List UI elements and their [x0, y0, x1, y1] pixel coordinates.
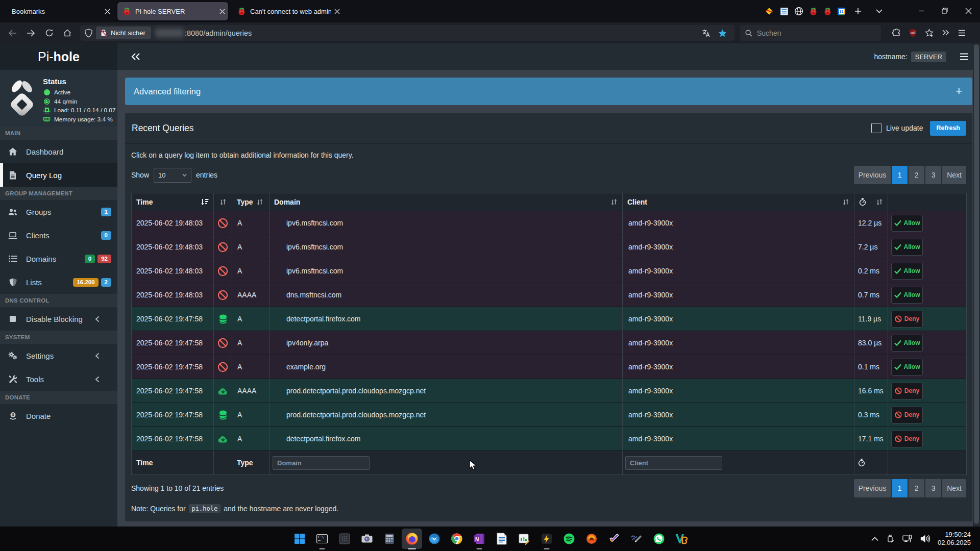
taskbar-icon-firefox[interactable]	[406, 533, 418, 545]
taskbar-icon-gridapp[interactable]	[338, 533, 351, 545]
sidebar-item-dashboard[interactable]: Dashboard	[0, 140, 117, 163]
search-bar[interactable]: Suchen	[740, 25, 881, 41]
query-row[interactable]: 2025-06-02 19:48:03Aipv6.msftncsi.comamd…	[132, 259, 966, 283]
taskbar-icon-terminal[interactable]: C:\	[316, 533, 328, 545]
taskbar-icon-onenote[interactable]: N	[473, 533, 485, 545]
col-reply-time[interactable]	[854, 193, 888, 211]
advanced-filtering-panel[interactable]: Advanced filtering +	[125, 78, 972, 105]
query-row[interactable]: 2025-06-02 19:48:03Aipv6.msftncsi.comamd…	[132, 211, 966, 235]
taskbar-icon-writer[interactable]	[496, 533, 508, 545]
page-button-previous[interactable]: Previous	[854, 479, 891, 497]
page-button-3[interactable]: 3	[924, 166, 941, 184]
taskbar-icon-penapp[interactable]	[630, 533, 643, 545]
browser-tab[interactable]: Bookmarks	[3, 2, 113, 20]
col-domain[interactable]: Domain	[270, 193, 623, 211]
page-button-next[interactable]: Next	[941, 479, 966, 497]
tab-close-button[interactable]	[331, 5, 343, 17]
allow-button[interactable]: Allow	[891, 359, 923, 375]
taskbar-clock[interactable]: 19:50:24 02.06.2025	[938, 531, 971, 547]
list-tabs-button[interactable]	[871, 4, 887, 19]
window-close-button[interactable]	[957, 0, 980, 21]
sidebar-item-lists[interactable]: Lists16.2002	[0, 270, 117, 294]
query-row[interactable]: 2025-06-02 19:47:58Aipv4only.arpaamd-r9-…	[132, 331, 966, 355]
network-icon[interactable]	[902, 535, 913, 543]
pinned-tab[interactable]: 31	[833, 3, 849, 19]
ublock-button[interactable]: uO	[904, 25, 921, 40]
taskbar-icon-windows[interactable]	[293, 533, 306, 545]
taskbar-icon-calculator[interactable]	[383, 533, 396, 545]
deny-button[interactable]: Deny	[891, 431, 923, 447]
tray-expand-button[interactable]	[871, 537, 878, 541]
taskbar-icon-camera[interactable]	[361, 533, 373, 545]
sidebar-collapse-button[interactable]	[131, 53, 140, 61]
sidebar-item-clients[interactable]: Clients0	[0, 223, 117, 247]
usb-icon[interactable]	[886, 534, 895, 543]
new-tab-button[interactable]	[850, 4, 866, 19]
taskbar-icon-impress[interactable]	[518, 533, 530, 545]
extensions-button[interactable]	[888, 25, 904, 40]
taskbar-icon-whatsapp[interactable]	[653, 533, 665, 545]
deny-button[interactable]: Deny	[891, 311, 923, 328]
sidebar-item-settings[interactable]: Settings	[0, 344, 117, 367]
page-button-1[interactable]: 1	[891, 166, 908, 184]
live-update-toggle[interactable]: Live update	[871, 123, 923, 133]
reload-button[interactable]	[41, 26, 57, 41]
sidebar-item-donate[interactable]: $Donate	[0, 404, 117, 428]
taskbar-icon-vbaudio[interactable]	[675, 533, 688, 545]
query-row[interactable]: 2025-06-02 19:47:58Adetectportal.firefox…	[132, 427, 966, 450]
query-row[interactable]: 2025-06-02 19:47:58Aprod.detectportal.pr…	[132, 403, 966, 427]
taskbar-icon-orangeapp[interactable]	[585, 533, 598, 545]
addon-star-button[interactable]	[921, 25, 937, 40]
browser-tab[interactable]: Pi-hole SERVER	[117, 2, 228, 20]
query-row[interactable]: 2025-06-02 19:48:03AAAAdns.msftncsi.coma…	[132, 283, 966, 307]
app-menu-button[interactable]	[953, 25, 970, 40]
col-type[interactable]: Type	[232, 193, 270, 211]
browser-tab[interactable]: Can't connect to web admin pa	[232, 2, 343, 20]
page-button-previous[interactable]: Previous	[854, 166, 891, 184]
col-client[interactable]: Client	[623, 193, 854, 211]
overflow-button[interactable]	[937, 25, 953, 40]
deny-button[interactable]: Deny	[891, 407, 923, 423]
tab-close-button[interactable]	[101, 5, 113, 17]
taskbar-icon-spotify[interactable]	[563, 533, 575, 545]
deny-button[interactable]: Deny	[891, 383, 923, 399]
sidebar-item-groups[interactable]: Groups1	[0, 200, 117, 223]
pinned-tab[interactable]	[776, 3, 792, 19]
query-row[interactable]: 2025-06-02 19:47:58Adetectportal.firefox…	[132, 307, 966, 331]
query-row[interactable]: 2025-06-02 19:48:03Aipv6.msftncsi.comamd…	[132, 235, 966, 259]
sidebar-item-tools[interactable]: Tools	[0, 367, 117, 391]
page-button-2[interactable]: 2	[908, 479, 924, 497]
query-row[interactable]: 2025-06-02 19:47:58AAAAprod.detectportal…	[132, 379, 966, 403]
tab-close-button[interactable]	[216, 5, 228, 17]
page-button-3[interactable]: 3	[924, 479, 941, 497]
translate-button[interactable]	[698, 26, 714, 41]
col-status[interactable]	[214, 193, 232, 211]
expand-plus-icon[interactable]: +	[955, 85, 962, 98]
forward-button[interactable]	[22, 26, 39, 41]
page-button-1[interactable]: 1	[891, 479, 908, 497]
sidebar-item-domains[interactable]: Domains092	[0, 247, 117, 270]
page-button-next[interactable]: Next	[941, 166, 966, 184]
taskbar-icon-thunderbird[interactable]	[428, 533, 440, 545]
taskbar-icon-checkapp[interactable]	[608, 533, 620, 545]
security-chip[interactable]: Nicht sicher	[96, 27, 151, 39]
page-scrollbar[interactable]	[973, 43, 980, 527]
allow-button[interactable]: Allow	[891, 287, 923, 304]
scrollbar-thumb[interactable]	[974, 44, 979, 524]
sidebar-item-query-log[interactable]: Query Log	[0, 163, 117, 187]
back-button[interactable]	[4, 26, 20, 41]
window-restore-button[interactable]	[933, 0, 957, 21]
taskbar-icon-winamp[interactable]	[541, 533, 553, 545]
volume-icon[interactable]	[920, 535, 930, 543]
allow-button[interactable]: Allow	[891, 239, 923, 256]
page-size-select[interactable]: 10	[154, 168, 191, 183]
refresh-button[interactable]: Refresh	[930, 121, 966, 136]
query-row[interactable]: 2025-06-02 19:47:58Aexample.orgamd-r9-39…	[132, 355, 966, 379]
domain-filter-input[interactable]	[273, 456, 370, 470]
url-bar[interactable]: Nicht sicher :8080/admin/queries	[80, 25, 734, 41]
live-update-checkbox[interactable]	[871, 123, 881, 133]
page-button-2[interactable]: 2	[908, 166, 924, 184]
bookmark-star-button[interactable]	[714, 26, 730, 41]
allow-button[interactable]: Allow	[891, 263, 923, 280]
shield-icon[interactable]	[84, 29, 93, 38]
